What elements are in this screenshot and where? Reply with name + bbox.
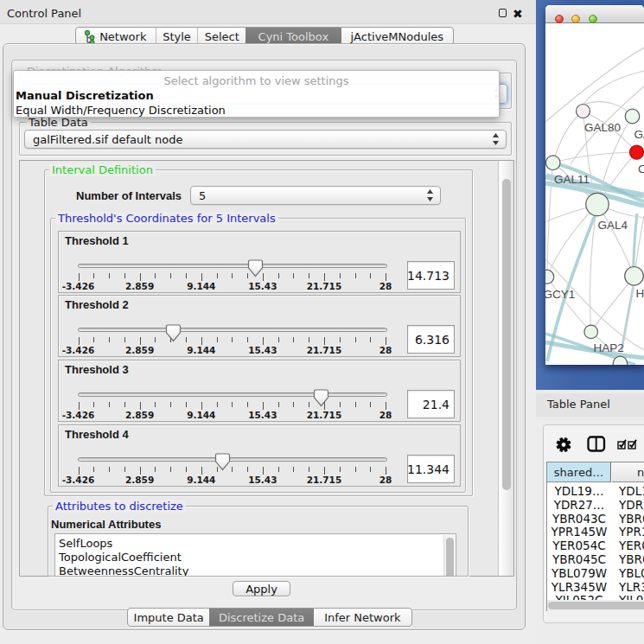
numerical-attributes-list[interactable]: SelfLoopsTopologicalCoefficientBetweenne… [54, 533, 456, 577]
network-edge[interactable] [547, 205, 597, 277]
list-item[interactable]: BetweennessCentrality [55, 564, 456, 577]
tab-style[interactable]: Style [156, 28, 198, 45]
apply-button[interactable]: Apply [233, 581, 290, 596]
slider-minor-tick [170, 402, 171, 407]
slider-thumb[interactable] [214, 453, 231, 471]
slider-thumb[interactable] [247, 259, 264, 277]
slider-minor-tick [109, 467, 110, 472]
cell-shared-name: YDL19… [547, 484, 611, 498]
checkbox-checked-icon[interactable] [628, 440, 636, 449]
cell-name: YDR2 [619, 498, 644, 512]
float-window-icon[interactable] [499, 9, 507, 17]
slider-track[interactable] [78, 392, 387, 397]
slider-minor-tick [170, 467, 171, 472]
tab-infer-network[interactable]: Infer Network [314, 609, 411, 626]
table-row[interactable]: YPR145WYPR1 [547, 525, 644, 539]
window-close-icon[interactable] [555, 15, 564, 23]
network-node[interactable] [545, 270, 554, 284]
network-node[interactable] [625, 109, 640, 124]
cell-name: YBL0 [619, 566, 644, 580]
slider-minor-tick [217, 337, 218, 342]
tab-jactivemnodules[interactable]: jActiveMNodules [341, 28, 453, 45]
cell-shared-name: YDR27… [547, 498, 611, 512]
threshold-value-field[interactable]: 14.713 [407, 261, 455, 290]
network-node[interactable] [584, 325, 598, 339]
network-edge[interactable] [583, 71, 644, 105]
tab-cyni-toolbox[interactable]: Cyni Toolbox [245, 28, 341, 45]
network-node-label: GA [634, 128, 644, 141]
cell-shared-name: YPR145W [547, 525, 611, 539]
checkbox-checked-icon[interactable] [618, 440, 626, 449]
scrollbar-thumb[interactable] [548, 602, 644, 609]
list-item[interactable]: SelfLoops [55, 537, 456, 551]
network-node[interactable] [545, 156, 560, 170]
network-edge[interactable] [553, 112, 583, 163]
column-header-name[interactable]: nam [612, 462, 644, 482]
dropdown-item-manual-discretization[interactable]: Manual Discretization [14, 89, 499, 104]
slider-track[interactable] [78, 328, 387, 332]
list-vertical-scrollbar[interactable] [443, 535, 455, 577]
scrollbar-thumb[interactable] [502, 179, 511, 490]
slider-tick-label: 9.144 [175, 410, 227, 420]
table-row[interactable]: YDR27…YDR2 [547, 498, 644, 512]
slider-tick-label: 21.715 [298, 410, 350, 420]
tab-network[interactable]: Network [76, 28, 156, 45]
slider-tick-label: 2.859 [114, 410, 166, 420]
table-row[interactable]: YER054CYER0 [547, 539, 644, 552]
table-row[interactable]: YBL079WYBL0 [547, 566, 644, 580]
network-window-titlebar[interactable] [545, 5, 644, 23]
tab-select[interactable]: Select [197, 28, 245, 45]
close-icon[interactable]: ✖ [513, 9, 523, 20]
slider-minor-tick [124, 273, 125, 278]
scrollbar-thumb[interactable] [446, 538, 454, 577]
slider-minor-tick [340, 402, 341, 407]
threshold-value-field[interactable]: 11.344 [407, 455, 455, 483]
slider-track[interactable] [78, 457, 387, 462]
column-header-shared-name[interactable]: shared… [547, 462, 611, 482]
slider-minor-tick [155, 467, 156, 472]
table-row[interactable]: YBR043CYBR0 [547, 512, 644, 526]
group-title-attributes: Attributes to discretize [53, 500, 186, 513]
dropdown-prompt-item[interactable]: Select algorithm to view settings [14, 74, 499, 89]
threshold-value-field[interactable]: 6.316 [407, 325, 455, 354]
slider-tick-label: -3.426 [53, 345, 105, 355]
gear-icon[interactable] [556, 437, 571, 452]
slider-minor-tick [309, 402, 309, 407]
network-node[interactable] [630, 145, 644, 159]
window-minimize-icon[interactable] [571, 15, 580, 23]
slider-major-tick [79, 273, 80, 281]
combo-arrows-icon [426, 188, 434, 202]
network-edge-highlighted[interactable] [634, 214, 638, 275]
split-columns-icon[interactable] [589, 437, 605, 451]
window-zoom-icon[interactable] [589, 15, 597, 23]
network-edge[interactable] [553, 152, 637, 163]
list-item[interactable]: TopologicalCoefficient [55, 551, 456, 564]
tab-impute-data[interactable]: Impute Data [128, 609, 209, 626]
slider-minor-tick [355, 467, 356, 472]
slider-minor-tick [109, 273, 110, 278]
dropdown-item-equal-width[interactable]: Equal Width/Frequency Discretization [14, 104, 499, 118]
threshold-value-field[interactable]: 21.4 [407, 390, 455, 418]
tab-discretize-data[interactable]: Discretize Data [209, 609, 313, 626]
slider-thumb[interactable] [313, 389, 329, 407]
table-row[interactable]: YBR045CYBR0 [547, 552, 644, 566]
numerical-attributes-label: Numerical Attributes [51, 518, 161, 531]
number-of-intervals-combobox[interactable]: 5 [190, 186, 441, 205]
slider-thumb[interactable] [165, 324, 182, 342]
slider-track[interactable] [78, 264, 387, 268]
slider-minor-tick [124, 467, 125, 472]
network-node[interactable] [625, 267, 644, 286]
network-canvas[interactable]: GAL80GACGAL11GAL4GCY1HHAP2 [545, 23, 644, 365]
slider-minor-tick [278, 273, 279, 278]
slider-major-tick [79, 402, 80, 410]
network-node-label: GCY1 [545, 288, 575, 301]
table-row[interactable]: YDL19…YDL1 [547, 484, 644, 498]
slider-minor-tick [109, 337, 110, 342]
slider-tick-label: 9.144 [175, 345, 227, 355]
network-node[interactable] [577, 105, 590, 118]
slider-tick-label: 28 [360, 475, 411, 485]
table-row[interactable]: YLR345WYLR3 [547, 580, 644, 594]
network-node[interactable] [586, 193, 609, 215]
table-data-combobox[interactable]: galFiltered.sif default node [24, 130, 507, 149]
slider-minor-tick [355, 273, 356, 278]
